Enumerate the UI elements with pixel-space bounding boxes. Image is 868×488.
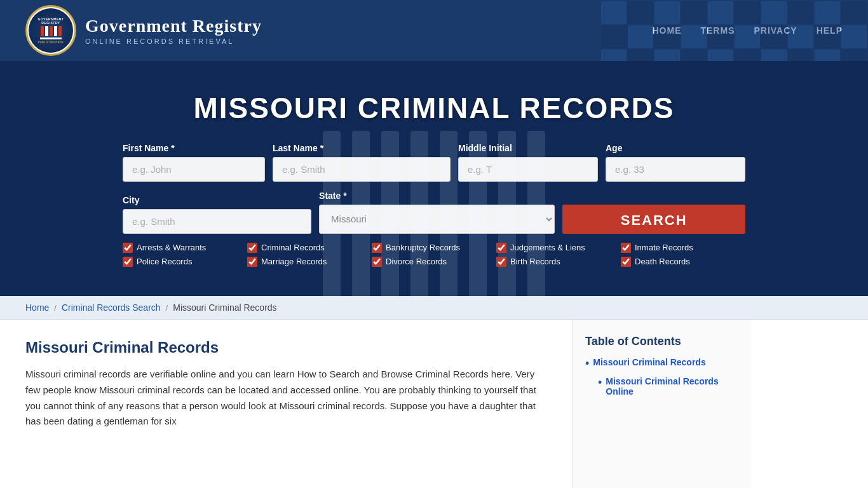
state-label: State *: [319, 191, 555, 201]
logo-base: [40, 37, 62, 39]
checkbox-col-1: Arrests & Warrants Police Records: [123, 243, 247, 267]
first-name-label: First Name *: [123, 143, 265, 153]
toc-link-2[interactable]: Missouri Criminal Records Online: [606, 376, 737, 396]
last-name-label: Last Name *: [273, 143, 451, 153]
sidebar: Table of Contents • Missouri Criminal Re…: [572, 320, 750, 488]
city-label: City: [123, 195, 311, 205]
nav-privacy[interactable]: PRIVACY: [754, 25, 797, 36]
hero-title: MISSOURI CRIMINAL RECORDS: [116, 91, 752, 125]
content-title: Missouri Criminal Records: [25, 339, 546, 356]
checkbox-col-5: Inmate Records Death Records: [621, 243, 745, 267]
brand-name: Government Registry: [85, 16, 262, 36]
nav-terms[interactable]: TERMS: [700, 25, 735, 36]
checkbox-col-2: Criminal Records Marriage Records: [247, 243, 372, 267]
form-row-2: City State * All States AlabamaAlaskaAri…: [123, 191, 745, 234]
checkbox-criminal-records[interactable]: Criminal Records: [247, 243, 372, 253]
hero-section: MISSOURI CRIMINAL RECORDS First Name * L…: [0, 61, 868, 296]
checkbox-bankruptcy-records-label: Bankruptcy Records: [386, 243, 460, 252]
toc-dot-2: •: [598, 376, 602, 390]
middle-initial-input[interactable]: [458, 157, 598, 182]
checkbox-col-3: Bankruptcy Records Divorce Records: [372, 243, 496, 267]
hero-content: MISSOURI CRIMINAL RECORDS First Name * L…: [116, 91, 752, 267]
nav-help[interactable]: HELP: [817, 25, 843, 36]
search-button[interactable]: SEARCH: [562, 205, 745, 234]
first-name-group: First Name *: [123, 143, 265, 182]
checkbox-bankruptcy-records[interactable]: Bankruptcy Records: [372, 243, 496, 253]
checkbox-divorce-records-label: Divorce Records: [386, 257, 447, 266]
city-group: City: [123, 195, 311, 234]
logo-columns: [41, 26, 62, 36]
state-group: State * All States AlabamaAlaskaArizonaA…: [319, 191, 555, 234]
checkbox-death-records[interactable]: Death Records: [621, 257, 745, 267]
age-label: Age: [606, 143, 745, 153]
toc-item-1: • Missouri Criminal Records: [585, 357, 737, 371]
site-header: GOVERNMENTREGISTRY PUBLIC RECORDS Govern…: [0, 0, 868, 61]
brand-text: Government Registry ONLINE RECORDS RETRI…: [85, 16, 262, 45]
checkbox-col-4: Judgements & Liens Birth Records: [496, 243, 621, 267]
checkbox-arrests-warrants[interactable]: Arrests & Warrants: [123, 243, 247, 253]
breadcrumb-current: Missouri Criminal Records: [173, 302, 276, 313]
breadcrumb: Home / Criminal Records Search / Missour…: [0, 296, 868, 320]
main-nav: HOME TERMS PRIVACY HELP: [652, 25, 843, 36]
main-content: Missouri Criminal Records Missouri crimi…: [0, 320, 868, 488]
middle-initial-group: Middle Initial: [458, 143, 598, 182]
content-area: Missouri Criminal Records Missouri crimi…: [0, 320, 572, 488]
checkbox-criminal-records-label: Criminal Records: [261, 243, 325, 252]
checkbox-inmate-records[interactable]: Inmate Records: [621, 243, 745, 253]
breadcrumb-criminal-records-search[interactable]: Criminal Records Search: [62, 302, 161, 313]
breadcrumb-home[interactable]: Home: [25, 302, 49, 313]
toc-link-1[interactable]: Missouri Criminal Records: [593, 357, 705, 367]
logo-bottom-text: PUBLIC RECORDS: [38, 41, 64, 44]
breadcrumb-sep-2: /: [166, 303, 168, 313]
checkbox-death-records-label: Death Records: [635, 257, 690, 266]
checkbox-police-records[interactable]: Police Records: [123, 257, 247, 267]
logo: GOVERNMENTREGISTRY PUBLIC RECORDS: [25, 5, 76, 56]
checkbox-judgements-liens[interactable]: Judgements & Liens: [496, 243, 621, 253]
checkbox-section: Arrests & Warrants Police Records Crimin…: [123, 243, 745, 267]
content-paragraph: Missouri criminal records are verifiable…: [25, 367, 546, 430]
nav-home[interactable]: HOME: [652, 25, 681, 36]
last-name-input[interactable]: [273, 157, 451, 182]
state-select[interactable]: All States AlabamaAlaskaArizonaArkansas …: [319, 205, 555, 234]
search-form: First Name * Last Name * Middle Initial …: [123, 143, 745, 267]
form-row-1: First Name * Last Name * Middle Initial …: [123, 143, 745, 182]
checkbox-birth-records[interactable]: Birth Records: [496, 257, 621, 267]
checkbox-divorce-records[interactable]: Divorce Records: [372, 257, 496, 267]
checkbox-police-records-label: Police Records: [137, 257, 192, 266]
city-input[interactable]: [123, 209, 311, 234]
checkbox-inmate-records-label: Inmate Records: [635, 243, 693, 252]
checkbox-judgements-liens-label: Judgements & Liens: [510, 243, 585, 252]
toc-title: Table of Contents: [585, 335, 737, 348]
checkbox-marriage-records-label: Marriage Records: [261, 257, 327, 266]
brand: GOVERNMENTREGISTRY PUBLIC RECORDS Govern…: [25, 5, 262, 56]
last-name-group: Last Name *: [273, 143, 451, 182]
middle-initial-label: Middle Initial: [458, 143, 598, 153]
brand-sub: ONLINE RECORDS RETRIEVAL: [85, 37, 262, 45]
toc-item-2: • Missouri Criminal Records Online: [598, 376, 737, 396]
checkbox-arrests-warrants-label: Arrests & Warrants: [137, 243, 206, 252]
checkbox-birth-records-label: Birth Records: [510, 257, 560, 266]
first-name-input[interactable]: [123, 157, 265, 182]
checkbox-marriage-records[interactable]: Marriage Records: [247, 257, 372, 267]
age-input[interactable]: [606, 157, 745, 182]
logo-top-text: GOVERNMENTREGISTRY: [38, 17, 64, 25]
age-group: Age: [606, 143, 745, 182]
breadcrumb-sep-1: /: [54, 303, 57, 313]
toc-dot-1: •: [585, 357, 589, 371]
